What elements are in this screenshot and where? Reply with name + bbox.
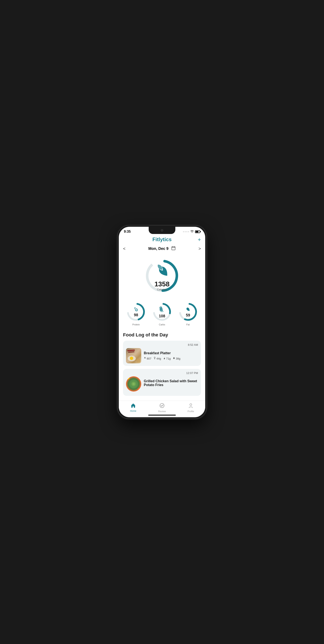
calendar-icon[interactable] [171,246,176,252]
status-time: 9:35 [124,230,131,234]
svg-point-14 [190,404,192,406]
svg-rect-0 [171,247,175,250]
food-log-section: Food Log of the Day 8:52 AM [119,330,205,401]
protein-ring: 98 [125,301,147,322]
calorie-ring: 1358 Calories [143,257,181,295]
bottom-navigation: Home Review Profile [119,401,205,414]
fat-icon [186,306,190,313]
breakfast-cal-value: 807 [147,357,152,360]
phone-frame: 9:35 [118,226,206,418]
breakfast-info: Breakfast Platter 807 [144,351,198,360]
macro-section: 98 Protein [119,299,205,330]
calorie-label: Calories [154,288,169,291]
breakfast-carbs-icon [163,357,165,360]
profile-icon [188,403,193,410]
protein-value: 98 [134,313,138,317]
phone-screen: 9:35 [119,227,205,417]
signal-icon [183,231,189,232]
breakfast-carbs-value: 71g [166,357,171,360]
lunch-info: Grilled Chicken Salad with Sweet Potato … [144,379,198,388]
breakfast-macros: 807 44g [144,357,198,360]
nav-home[interactable]: Home [119,403,148,412]
nav-review[interactable]: Review [148,403,176,412]
carbs-icon [159,306,165,314]
wifi-icon [190,230,194,233]
breakfast-time: 8:52 AM [126,343,198,346]
profile-label: Profile [187,410,194,412]
status-icons [183,230,200,233]
breakfast-name: Breakfast Platter [144,351,198,355]
protein-icon [134,307,138,313]
lunch-body: Grilled Chicken Salad with Sweet Potato … [126,376,198,392]
protein-content: 98 [134,307,138,317]
home-icon [131,403,136,409]
carbs-content: 108 [159,306,165,318]
camera-dot [161,229,163,232]
breakfast-image [126,348,141,363]
home-indicator [148,415,176,416]
flame-icon [154,272,169,280]
calorie-value: 1358 [154,280,169,288]
food-log-title: Food Log of the Day [123,332,201,338]
lunch-image [126,376,141,392]
macro-protein: 98 Protein [125,301,147,326]
notch [149,227,175,234]
breakfast-body: Breakfast Platter 807 [126,348,198,363]
macro-fat: 59 Fat [177,301,199,326]
app-header: Fitlytics + [119,235,205,244]
fat-ring: 59 [177,301,199,322]
battery-icon [195,230,200,233]
calorie-ring-section: 1358 Calories [119,254,205,299]
breakfast-calories: 807 [144,357,152,360]
breakfast-flame-icon [144,357,146,360]
breakfast-protein-icon [154,357,156,360]
next-date-button[interactable]: > [198,246,201,251]
main-content[interactable]: Fitlytics + < Mon, Dec 9 [119,235,205,401]
food-card-breakfast[interactable]: 8:52 AM Breakfast Platter [123,341,201,366]
svg-point-8 [136,309,138,311]
add-button[interactable]: + [198,237,201,242]
breakfast-fat-value: 38g [176,357,180,360]
lunch-time: 12:07 PM [126,372,198,374]
app-title: Fitlytics [153,236,172,242]
fat-value: 59 [186,313,190,317]
fat-content: 59 [186,306,190,317]
calorie-ring-content: 1358 Calories [154,261,169,291]
lunch-name: Grilled Chicken Salad with Sweet Potato … [144,379,198,387]
home-label: Home [130,410,136,412]
breakfast-carbs: 71g [163,357,171,360]
breakfast-fat-icon [173,357,175,360]
carbs-value: 108 [159,314,165,318]
breakfast-protein-value: 44g [157,357,161,360]
prev-date-button[interactable]: < [123,246,126,251]
carbs-ring: 108 [152,301,172,322]
food-card-lunch[interactable]: 12:07 PM Grilled Chicken Salad with Swee… [123,369,201,396]
breakfast-fat: 38g [173,357,180,360]
review-label: Review [158,410,166,412]
macro-carbs: 108 Carbs [152,301,172,326]
svg-point-13 [160,404,164,408]
review-icon [160,403,164,410]
breakfast-protein: 44g [154,357,161,360]
nav-profile[interactable]: Profile [176,403,205,412]
